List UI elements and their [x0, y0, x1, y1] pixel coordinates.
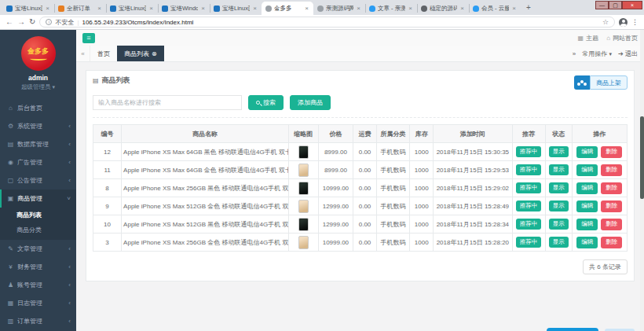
window-minimize-button[interactable]: — — [595, 1, 609, 9]
tab-close-icon[interactable]: × — [97, 5, 102, 12]
sidebar-item-0[interactable]: ⌂后台首页 — [0, 99, 76, 117]
sidebar-item-4[interactable]: ▢公告管理‹ — [0, 171, 76, 189]
goods-search-input[interactable] — [93, 95, 242, 110]
cell-name: Apple iPhone XS Max 64GB 黑色 移动联通电信4G手机 双… — [122, 143, 289, 161]
recommend-badge[interactable]: 推荐中 — [516, 237, 542, 248]
delete-button[interactable]: 删除 — [601, 200, 622, 212]
search-button[interactable]: 搜索 — [248, 95, 284, 110]
site-info-icon[interactable]: i — [46, 19, 52, 25]
delete-button[interactable]: 删除 — [601, 146, 622, 158]
recommend-badge[interactable]: 推荐中 — [516, 164, 542, 175]
recommend-badge[interactable]: 推荐中 — [516, 146, 542, 157]
status-badge[interactable]: 显示 — [549, 146, 569, 157]
page-tab-home[interactable]: 首页 — [90, 46, 117, 61]
sidebar-item-2[interactable]: ▤数据库管理‹ — [0, 135, 76, 153]
browser-tab-3[interactable]: 宝塔Windows面板× — [158, 2, 210, 15]
browser-tab-2[interactable]: 宝塔Linux面板× — [106, 2, 158, 15]
window-close-button[interactable]: × — [622, 1, 642, 9]
tab-close-icon[interactable]: × — [304, 5, 309, 12]
tab-close-icon[interactable]: × — [148, 5, 154, 12]
status-badge[interactable]: 显示 — [549, 164, 569, 175]
theme-link[interactable]: ▦ 主题 — [578, 34, 599, 42]
sidebar-item-6[interactable]: ✎文章管理‹ — [0, 240, 76, 258]
url-field[interactable]: i 不安全 | 106.55.249.233/Otcms/Index/Index… — [39, 17, 615, 28]
sidebar-item-label: 订单管理 — [17, 317, 65, 325]
sidebar-subitem-1[interactable]: 商品分类 — [0, 223, 76, 237]
tab-scroll-right-icon[interactable]: » — [573, 50, 576, 57]
cell-freight: 0.00 — [353, 197, 376, 215]
common-actions-dropdown[interactable]: 常用操作 ▾ — [582, 50, 612, 58]
refresh-icon[interactable]: ↻ — [29, 18, 35, 26]
cell-category: 手机数码 — [377, 161, 410, 179]
profile-avatar-icon[interactable] — [619, 18, 628, 27]
sidebar-item-7[interactable]: ¥财务管理‹ — [0, 258, 76, 276]
dashed-divider — [93, 117, 628, 118]
brand-block: 金多多 admin 超级管理员 ▾ — [0, 30, 76, 96]
site-home-link[interactable]: ⌂ 网站首页 — [606, 34, 638, 42]
status-badge[interactable]: 显示 — [549, 200, 569, 211]
add-goods-button[interactable]: 添加商品 — [290, 95, 331, 110]
sidebar-item-1[interactable]: ⚙系统管理‹ — [0, 117, 76, 135]
scrollbar-thumb[interactable] — [640, 116, 644, 199]
edit-button[interactable]: 编辑 — [576, 164, 598, 176]
edit-button[interactable]: 编辑 — [576, 219, 598, 230]
status-badge[interactable]: 显示 — [549, 182, 569, 193]
bookmark-star-icon[interactable]: ☆ — [602, 18, 609, 26]
delete-button[interactable]: 删除 — [601, 182, 622, 194]
browser-chrome: 宝塔Linux面板×全新订单×宝塔Linux面板×宝塔Windows面板×宝塔L… — [0, 0, 644, 30]
browser-tab-6[interactable]: 亲测源码网× — [313, 2, 365, 15]
tab-close-icon[interactable]: × — [200, 5, 206, 12]
tab-close-icon[interactable]: × — [511, 5, 517, 12]
browser-menu-icon[interactable]: ⋮ — [631, 18, 639, 26]
browser-tab-9[interactable]: 会员 - 云服务器 -× — [469, 2, 521, 15]
edit-button[interactable]: 编辑 — [576, 182, 598, 194]
logo-text: 金多多 — [27, 46, 49, 57]
tab-close-icon[interactable]: × — [356, 5, 361, 12]
browser-tab-7[interactable]: 文章 - 亲测源码网× — [365, 2, 417, 15]
sidebar-item-3[interactable]: ◉广告管理‹ — [0, 153, 76, 171]
browser-tab-4[interactable]: 宝塔Linux面板× — [210, 2, 262, 15]
goods-upload-button[interactable]: 商品上架 — [574, 75, 628, 90]
status-badge[interactable]: 显示 — [549, 237, 569, 248]
recommend-badge[interactable]: 推荐中 — [516, 219, 542, 230]
edit-button[interactable]: 编辑 — [576, 146, 598, 158]
forward-icon[interactable]: → — [17, 18, 25, 26]
delete-button[interactable]: 删除 — [601, 164, 622, 176]
sidebar-toggle-button[interactable]: ≡ — [82, 33, 95, 43]
cell-thumbnail — [288, 234, 318, 252]
qq-service-widget-partial[interactable] — [547, 328, 598, 331]
edit-button[interactable]: 编辑 — [576, 200, 598, 212]
sidebar-item-9[interactable]: ▦日志管理‹ — [0, 294, 76, 312]
delete-button[interactable]: 删除 — [601, 237, 622, 248]
sidebar-item-5[interactable]: ▣商品管理˅ — [0, 189, 76, 208]
cell-category: 手机数码 — [377, 143, 410, 161]
browser-tab-5[interactable]: 金多多× — [262, 2, 313, 15]
edit-button[interactable]: 编辑 — [576, 237, 598, 248]
user-role-dropdown[interactable]: 超级管理员 ▾ — [0, 83, 76, 91]
recommend-badge[interactable]: 推荐中 — [516, 182, 542, 193]
delete-button[interactable]: 删除 — [601, 219, 622, 230]
browser-tab-8[interactable]: 稳定的源码网-源码之...× — [417, 2, 469, 15]
browser-tab-1[interactable]: 全新订单× — [54, 2, 106, 15]
sidebar-item-8[interactable]: ♟账号管理‹ — [0, 276, 76, 294]
page-tab-goods-list[interactable]: 商品列表 ⊗ — [117, 46, 164, 61]
tab-scroll-left-icon[interactable]: « — [76, 46, 90, 61]
home-icon: ⌂ — [7, 105, 14, 112]
window-maximize-button[interactable]: ▢ — [609, 1, 622, 9]
tab-close-icon[interactable]: × — [408, 5, 413, 12]
new-tab-button[interactable]: + — [523, 2, 534, 13]
page-scrollbar[interactable] — [640, 30, 644, 331]
bt-favicon-icon — [214, 6, 220, 12]
back-icon[interactable]: ← — [5, 18, 13, 26]
tab-close-icon[interactable]: × — [459, 5, 465, 12]
recommend-badge[interactable]: 推荐中 — [516, 200, 542, 211]
logout-link[interactable]: ➔ 退出 — [618, 50, 638, 58]
tab-close-icon[interactable]: × — [45, 5, 50, 12]
tab-close-icon[interactable]: × — [252, 5, 258, 12]
sidebar-item-10[interactable]: ▥订单管理‹ — [0, 312, 76, 330]
browser-tab-0[interactable]: 宝塔Linux面板× — [2, 2, 54, 15]
sidebar-subitem-0[interactable]: 商品列表 — [0, 208, 76, 223]
status-badge[interactable]: 显示 — [549, 219, 569, 230]
close-tab-icon[interactable]: ⊗ — [152, 50, 157, 57]
chevron-left-icon: ‹ — [68, 281, 71, 289]
